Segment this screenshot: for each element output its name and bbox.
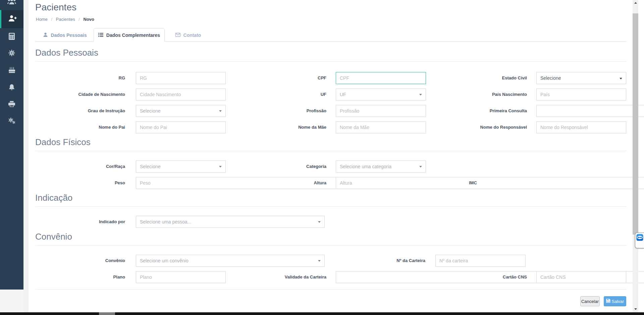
convenio-placeholder: Selecione um convênio [140,258,189,263]
profissao-label: Profissão [226,105,326,117]
indicado-por-select[interactable]: Selecione uma pessoa... [136,216,325,228]
scrollbar-down-button[interactable] [633,306,638,312]
estado-civil-label: Estado Civil [426,72,527,84]
birthday-cake-icon [8,67,15,75]
chevron-down-icon [419,166,422,168]
user-plus-icon [8,15,17,23]
convenio-select[interactable]: Selecione um convênio [136,255,325,267]
form-row: Nome do Pai Nome da Mãe Nome do Responsá… [35,121,627,133]
save-icon [606,299,610,304]
layout-gutter [23,0,29,312]
uf-select[interactable]: UF [336,88,426,101]
printer-icon [8,101,15,109]
cor-raca-placeholder: Selecione [140,164,161,169]
primeira-consulta-input[interactable] [536,105,644,117]
sidebar-item-new-patient[interactable] [0,10,23,28]
cpf-input[interactable] [336,72,426,84]
cancel-button-label: Cancelar [581,299,599,304]
nome-mae-label: Nome da Mãe [226,121,326,133]
user-icon [43,33,48,38]
tab-dados-complementares[interactable]: Dados Complementares [94,28,165,42]
nome-pai-label: Nome do Pai [35,121,125,133]
section-title-indicacao: Indicação [35,192,627,207]
form-divider [35,289,627,290]
breadcrumb-home[interactable]: Home [36,17,48,22]
chevron-down-icon [219,110,222,112]
tab-label: Contato [183,33,201,38]
teamviewer-widget[interactable] [635,233,644,248]
page-title: Pacientes [35,2,76,13]
validade-carteira-label: Validade da Carteira [226,271,326,283]
plano-input[interactable] [136,271,226,283]
indicado-por-placeholder: Selecione uma pessoa... [140,219,191,225]
grau-instrucao-select[interactable]: Selecione [136,105,226,117]
save-button[interactable]: Salvar [604,296,626,306]
categoria-label: Categoria [226,161,326,173]
form-row: Convênio Selecione um convênio Nº da Car… [35,255,627,267]
cancel-button[interactable]: Cancelar [580,296,600,306]
section-title-dados-pessoais: Dados Pessoais [35,47,627,62]
cpf-label: CPF [226,72,326,84]
sidebar-item-print[interactable] [0,97,23,113]
window-bottom-edge [0,312,644,315]
sidebar-footer-space [0,290,23,312]
plano-label: Plano [35,271,125,283]
peso-label: Peso [35,177,125,189]
scrollbar-up-button[interactable] [633,0,638,5]
chevron-down-icon [419,94,422,96]
tab-contato[interactable]: Contato [169,29,207,41]
nome-responsavel-label: Nome do Responsável [426,121,527,133]
cartao-cns-input[interactable] [536,271,626,283]
list-icon [98,33,103,38]
cor-raca-select[interactable]: Selecione [136,161,226,173]
tab-dados-pessoais[interactable]: Dados Pessoais [36,29,94,41]
grau-instrucao-placeholder: Selecione [140,108,161,114]
sidebar-item-users[interactable] [0,0,23,9]
sidebar-item-notifications[interactable] [0,80,23,96]
breadcrumb: Home / Pacientes / Novo [36,17,94,22]
section-title-dados-fisicos: Dados Físicos [35,137,627,151]
section-title-convenio: Convênio [35,231,627,246]
window-bottom-edge-segment [99,312,115,315]
teamviewer-icon [636,234,643,248]
profissao-input[interactable] [336,105,426,117]
tab-label: Dados Complementares [106,33,160,38]
uf-label: UF [226,88,326,101]
sidebar-item-calculator[interactable] [0,29,23,45]
arrow-up-icon [634,2,637,4]
num-carteira-input[interactable] [435,255,526,267]
breadcrumb-pacientes[interactable]: Pacientes [56,17,75,22]
cogs-icon [8,117,15,125]
rg-input[interactable] [136,72,226,84]
categoria-placeholder: Selecione uma categoria [340,164,391,169]
estado-civil-value: Selecione [540,75,561,81]
chevron-down-icon [318,221,321,223]
form-row: Grau de Instrução Selecione Profissão Pr… [35,105,627,117]
calculator-icon [9,33,15,41]
indicado-por-label: Indicado por [35,216,125,228]
nome-responsavel-input[interactable] [536,121,626,133]
scrollbar[interactable] [633,0,638,312]
pais-nascimento-input[interactable] [536,88,626,101]
sidebar-item-birthdays[interactable] [0,63,23,79]
altura-input[interactable] [336,177,644,189]
bell-icon [8,84,15,92]
chevron-down-icon [219,166,222,168]
breadcrumb-current: Novo [84,17,95,22]
sidebar-item-admin[interactable] [0,113,23,129]
sidebar-item-settings[interactable] [0,46,23,62]
save-button-label: Salvar [612,299,624,304]
form-row: RG CPF Estado Civil Selecione [35,72,627,84]
altura-label: Altura [226,177,326,189]
num-carteira-label: Nº da Carteira [337,255,425,267]
categoria-select[interactable]: Selecione uma categoria [336,161,426,173]
estado-civil-select[interactable]: Selecione [536,72,626,84]
nome-mae-input[interactable] [336,121,426,133]
breadcrumb-separator: / [51,17,52,22]
convenio-label: Convênio [35,255,125,267]
gear-icon [8,50,15,58]
scrollbar-thumb[interactable] [633,13,638,235]
cidade-nascimento-input[interactable] [136,88,226,101]
nome-pai-input[interactable] [136,121,226,133]
cidade-nascimento-label: Cidade de Nascimento [35,88,125,101]
